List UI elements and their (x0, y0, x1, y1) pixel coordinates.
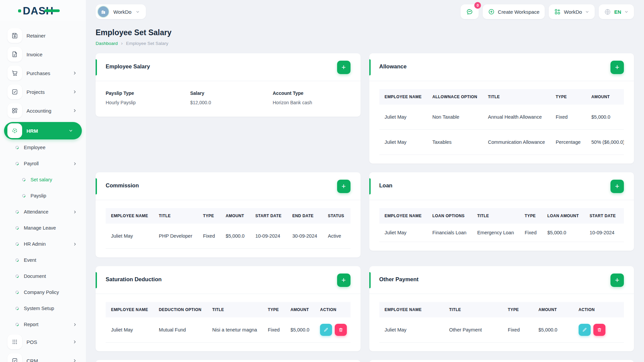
sidebar-item-purchases[interactable]: Purchases (0, 66, 86, 80)
sidebar-item-system-setup[interactable]: System Setup (0, 300, 86, 316)
column-header: Amount (586, 89, 624, 105)
messages-badge: 0 (474, 2, 481, 9)
brand-logo[interactable]: DASH (0, 0, 86, 21)
add-employee-salary-button[interactable]: + (337, 61, 351, 74)
add-commission-button[interactable]: + (337, 180, 351, 193)
table-row: Juliet MayMutual FundNisi a tenetur magn… (106, 317, 351, 343)
brand-logo-mark: DASH (18, 6, 54, 16)
add-saturation-deduction-button[interactable]: + (337, 274, 351, 287)
table-cell: 30-09-2024 (287, 224, 322, 249)
main-area: WorkDo 0 Create Workspace (86, 0, 644, 362)
sidebar-item-payroll[interactable]: Payroll (0, 156, 86, 172)
apps-grid-icon (554, 8, 561, 15)
add-allowance-button[interactable]: + (610, 61, 624, 74)
add-loan-button[interactable]: + (610, 180, 624, 193)
language-selector[interactable]: EN (599, 4, 634, 19)
commission-card: Commission + Employee NameTitleTypeAmoun… (96, 172, 361, 257)
sidebar-item-event[interactable]: Event (0, 252, 86, 268)
card-header: Loan + (369, 172, 634, 200)
sidebar-item-payslip[interactable]: Payslip (0, 188, 86, 204)
table-row: Juliet MayOther PaymentFixed$5,000.0 (379, 317, 624, 343)
allowance-table: Employee NameAllownace OptionTitleTypeAm… (379, 89, 624, 155)
workspace-switcher[interactable]: WorkDo (96, 4, 146, 19)
sidebar-item-label: Accounting (26, 108, 51, 114)
field-label: Salary (190, 90, 273, 96)
table-cell: Fixed (519, 224, 542, 242)
bullet-icon (21, 193, 26, 198)
card-header: Overtime + (96, 360, 361, 362)
table-cell: 10-09-2024 (584, 224, 621, 242)
table-cell: Taxables (427, 130, 483, 155)
page-title: Employee Set Salary (96, 28, 634, 37)
edit-button[interactable] (320, 324, 332, 336)
card-header: Other Payment + (369, 266, 634, 294)
sidebar-item-label: HRM (26, 128, 38, 134)
sidebar-item-document[interactable]: Document (0, 268, 86, 284)
sidebar-item-attendance[interactable]: Attendance (0, 204, 86, 220)
chevron-down-icon (136, 10, 140, 14)
sidebar-item-hrm[interactable]: HRM (4, 122, 82, 139)
sidebar-item-report[interactable]: Report (0, 316, 86, 333)
sidebar-item-retainer[interactable]: Retainer (0, 28, 86, 43)
breadcrumb-dashboard-link[interactable]: Dashboard (96, 41, 118, 46)
card-title: Allowance (379, 61, 407, 70)
delete-button[interactable] (593, 324, 605, 336)
sidebar: DASH Retainer Invoice Pur (0, 0, 86, 362)
table-cell: Juliet May (379, 130, 427, 155)
hrm-icon (7, 123, 22, 138)
column-header: Employee Name (379, 208, 427, 224)
workdo-menu-label: WorkDo (564, 9, 582, 15)
dots-grid-icon (7, 335, 22, 349)
column-header: Start Date (250, 208, 287, 224)
sidebar-nav: Retainer Invoice Purchases Projects (0, 21, 86, 362)
loan-table: Employee NameLoan OptionsTitleTypeLoan A… (379, 208, 624, 242)
sidebar-item-hr-admin[interactable]: HR Admin (0, 236, 86, 252)
action-cell (350, 224, 350, 249)
workspace-avatar (97, 6, 109, 18)
cards-grid: Employee Salary + Payslip Type Hourly Pa… (96, 53, 634, 362)
sidebar-item-accounting[interactable]: Accounting (0, 103, 86, 118)
sidebar-item-label: System Setup (24, 306, 54, 311)
breadcrumb-separator-icon: › (121, 41, 123, 46)
breadcrumb: Dashboard › Employee Set Salary (96, 41, 634, 46)
table-cell: Active (323, 224, 350, 249)
table-cell: Juliet May (379, 105, 427, 130)
edit-button[interactable] (579, 324, 591, 336)
card-header: Employee Salary + (96, 53, 361, 81)
messages-button[interactable]: 0 (461, 4, 479, 19)
retainer-icon (7, 28, 22, 43)
table-cell: $5,000.0 (533, 317, 573, 343)
table-cell: Mutual Fund (154, 317, 207, 343)
card-title: Employee Salary (106, 61, 150, 70)
column-header: Amount (220, 208, 250, 224)
sidebar-item-pos[interactable]: POS (0, 335, 86, 349)
sidebar-item-crm[interactable]: CRM (0, 353, 86, 362)
sidebar-item-projects[interactable]: Projects (0, 84, 86, 99)
column-header: Title (207, 302, 263, 317)
action-cell (315, 317, 350, 343)
sidebar-item-company-policy[interactable]: Company Policy (0, 284, 86, 300)
column-header: Employee Name (106, 208, 154, 224)
sidebar-item-set-salary[interactable]: Set salary (0, 172, 86, 188)
topbar: WorkDo 0 Create Workspace (96, 0, 634, 21)
sidebar-item-manage-leave[interactable]: Manage Leave (0, 220, 86, 236)
workdo-apps-button[interactable]: WorkDo (549, 4, 595, 19)
table-cell: Communication Allowance (483, 130, 550, 155)
add-other-payment-button[interactable]: + (610, 274, 624, 287)
sidebar-item-label: CRM (26, 358, 38, 362)
bullet-icon (15, 306, 19, 311)
create-workspace-button[interactable]: Create Workspace (483, 4, 545, 19)
column-header: Amount (533, 302, 573, 317)
sidebar-item-employee[interactable]: Employee (0, 139, 86, 156)
sidebar-item-label: Document (24, 274, 46, 279)
logo-dot (18, 9, 21, 12)
logo-dash-bar (44, 9, 60, 12)
delete-button[interactable] (335, 324, 347, 336)
table-cell: Juliet May (379, 224, 427, 242)
column-header: End Date (287, 208, 322, 224)
breadcrumb-current: Employee Set Salary (126, 41, 168, 46)
sidebar-item-invoice[interactable]: Invoice (0, 47, 86, 62)
column-header: Start Date (584, 208, 621, 224)
column-header: Allownace Option (427, 89, 483, 105)
chevron-right-icon (73, 162, 77, 166)
